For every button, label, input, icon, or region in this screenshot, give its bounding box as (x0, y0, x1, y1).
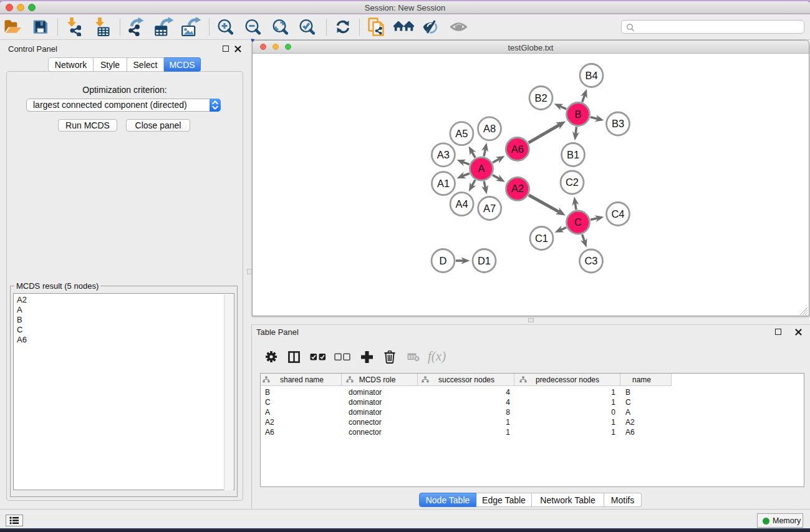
svg-text:B3: B3 (612, 118, 624, 129)
svg-text:B4: B4 (585, 70, 597, 81)
svg-text:B: B (574, 109, 581, 120)
svg-text:A3: A3 (437, 149, 450, 160)
svg-text:C1: C1 (535, 233, 548, 244)
svg-text:A4: A4 (456, 198, 468, 210)
svg-text:A5: A5 (455, 128, 468, 139)
svg-text:B1: B1 (567, 149, 579, 160)
svg-text:A2: A2 (511, 183, 524, 194)
svg-text:B2: B2 (534, 92, 547, 104)
svg-text:D1: D1 (478, 255, 491, 266)
svg-text:A6: A6 (511, 143, 524, 155)
svg-text:C3: C3 (584, 255, 597, 266)
svg-text:A7: A7 (483, 203, 496, 214)
svg-text:A: A (478, 163, 485, 174)
svg-text:C4: C4 (611, 208, 624, 220)
svg-text:C2: C2 (566, 177, 579, 188)
svg-text:A8: A8 (483, 123, 496, 134)
svg-text:D: D (440, 255, 447, 266)
svg-text:A1: A1 (437, 178, 450, 189)
svg-text:C: C (574, 216, 582, 228)
